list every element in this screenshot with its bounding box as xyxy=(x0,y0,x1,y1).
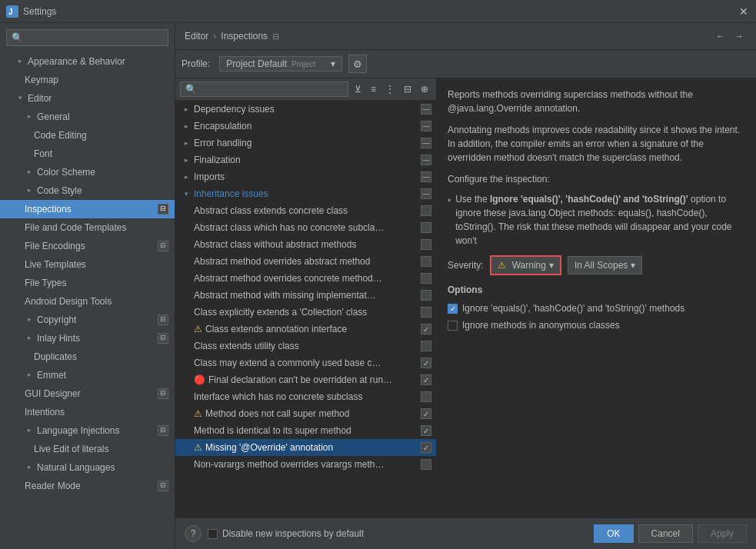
item-checkbox[interactable] xyxy=(421,307,431,318)
item-checkbox[interactable] xyxy=(421,222,431,233)
tree-group-error-handling[interactable]: Error handling xyxy=(175,135,436,151)
tree-item-interface-no-subclass[interactable]: Interface which has no concrete subclass xyxy=(175,388,436,405)
tree-item-abstract-extends-concrete[interactable]: Abstract class extends concrete class xyxy=(175,202,436,219)
tree-item-class-extends-utility[interactable]: Class extends utility class xyxy=(175,338,436,354)
tree-item-label: Abstract class extends concrete class xyxy=(194,205,421,216)
item-checkbox[interactable] xyxy=(421,408,431,419)
apply-button[interactable]: Apply xyxy=(698,524,747,543)
sidebar-item-code-style[interactable]: Code Style xyxy=(0,181,175,200)
item-checkbox[interactable] xyxy=(421,442,431,453)
tree-item-class-extends-annotation[interactable]: ⚠ Class extends annotation interface xyxy=(175,321,436,338)
item-checkbox[interactable] xyxy=(421,391,431,402)
sidebar-item-android-design-tools[interactable]: Android Design Tools xyxy=(0,292,175,311)
item-checkbox[interactable] xyxy=(421,358,431,368)
item-checkbox[interactable] xyxy=(421,239,431,250)
disable-inspections-checkbox[interactable] xyxy=(208,529,218,539)
item-checkbox[interactable] xyxy=(421,290,431,301)
tree-group-encapsulation[interactable]: Encapsulation xyxy=(175,118,436,135)
item-checkbox[interactable] xyxy=(421,341,431,351)
sidebar-item-duplicates[interactable]: Duplicates xyxy=(0,348,175,366)
group-checkbox[interactable] xyxy=(421,104,431,115)
scope-dropdown[interactable]: In All Scopes ▾ xyxy=(568,256,642,274)
sidebar-item-label: Editor xyxy=(28,92,52,105)
breadcrumb-editor: Editor xyxy=(185,31,208,42)
options-label: Options xyxy=(448,283,745,297)
sidebar-search-input[interactable] xyxy=(6,29,168,46)
group-checkbox[interactable] xyxy=(421,171,431,182)
group-checkbox[interactable] xyxy=(421,188,431,199)
item-checkbox[interactable] xyxy=(421,205,431,216)
tree-item-class-extends-collection[interactable]: Class explicitly extends a 'Collection' … xyxy=(175,304,436,321)
expand-button[interactable]: ⊕ xyxy=(418,82,431,96)
item-checkbox[interactable] xyxy=(421,374,431,385)
sidebar-item-file-code-templates[interactable]: File and Code Templates xyxy=(0,218,175,237)
expand-arrow xyxy=(15,57,25,66)
tree-item-final-declaration[interactable]: 🔴 Final declaration can't be overridden … xyxy=(175,371,436,388)
tree-item-non-varargs[interactable]: Non-varargs method overrides varargs met… xyxy=(175,456,436,473)
align-button[interactable]: ≡ xyxy=(368,82,379,96)
sidebar-item-appearance[interactable]: Appearance & Behavior xyxy=(0,52,175,71)
gear-button[interactable]: ⚙ xyxy=(348,55,367,73)
tree-item-label: Method does not call super method xyxy=(205,408,421,419)
severity-dropdown-arrow: ▾ xyxy=(549,258,554,272)
sidebar-item-gui-designer[interactable]: GUI Designer ⊟ xyxy=(0,384,175,403)
close-button[interactable]: ✕ xyxy=(738,5,750,18)
tree-group-finalization[interactable]: Finalization xyxy=(175,151,436,168)
sidebar-item-language-injections[interactable]: Language Injections ⊟ xyxy=(0,421,175,440)
nav-forward-button[interactable]: → xyxy=(731,29,747,43)
right-panel: Editor › Inspections ⊟ ← → Profile: Proj… xyxy=(175,23,756,549)
group-checkbox[interactable] xyxy=(421,155,431,165)
cancel-button[interactable]: Cancel xyxy=(638,524,693,543)
split-button[interactable]: ⋮ xyxy=(382,82,398,96)
sidebar-item-natural-languages[interactable]: Natural Languages xyxy=(0,458,175,477)
tree-item-abstract-method-concrete[interactable]: Abstract method overrides concrete metho… xyxy=(175,270,436,287)
item-checkbox[interactable] xyxy=(421,459,431,470)
scope-value: In All Scopes xyxy=(574,258,628,272)
tree-item-method-no-super[interactable]: ⚠ Method does not call super method xyxy=(175,405,436,422)
merge-button[interactable]: ⊟ xyxy=(401,82,415,96)
sidebar-item-inlay-hints[interactable]: Inlay Hints ⊟ xyxy=(0,329,175,348)
warning-icon: ⚠ xyxy=(194,442,202,453)
option-checkbox-ignore-anonymous[interactable] xyxy=(448,321,458,331)
tree-group-dependency[interactable]: Dependency issues xyxy=(175,101,436,118)
ok-button[interactable]: OK xyxy=(594,524,633,543)
tree-item-class-may-extend[interactable]: Class may extend a commonly used base c… xyxy=(175,354,436,371)
sidebar-item-font[interactable]: Font xyxy=(0,145,175,163)
group-checkbox[interactable] xyxy=(421,138,431,148)
option-checkbox-ignore-equals[interactable] xyxy=(448,304,458,314)
expand-icon xyxy=(182,138,191,148)
item-checkbox[interactable] xyxy=(421,273,431,284)
nav-back-button[interactable]: ← xyxy=(713,29,728,43)
sidebar-item-keymap[interactable]: Keymap xyxy=(0,71,175,89)
sidebar-item-live-templates[interactable]: Live Templates xyxy=(0,255,175,274)
tree-item-abstract-method-overrides[interactable]: Abstract method overrides abstract metho… xyxy=(175,253,436,270)
sidebar-item-code-editing[interactable]: Code Editing xyxy=(0,126,175,145)
sidebar-item-general[interactable]: General xyxy=(0,108,175,126)
sidebar-item-inspections[interactable]: Inspections ⊟ xyxy=(0,200,175,218)
sidebar-item-editor[interactable]: Editor xyxy=(0,89,175,108)
sidebar-item-copyright[interactable]: Copyright ⊟ xyxy=(0,311,175,329)
tree-item-abstract-method-missing[interactable]: Abstract method with missing implementat… xyxy=(175,287,436,304)
tree-item-abstract-no-subclass[interactable]: Abstract class which has no concrete sub… xyxy=(175,219,436,236)
sidebar-item-color-scheme[interactable]: Color Scheme xyxy=(0,163,175,181)
tree-item-abstract-without-abstract[interactable]: Abstract class without abstract methods xyxy=(175,236,436,253)
sidebar-item-file-types[interactable]: File Types xyxy=(0,274,175,292)
sidebar-item-intentions[interactable]: Intentions xyxy=(0,403,175,421)
item-checkbox[interactable] xyxy=(421,425,431,436)
sidebar-item-live-edit[interactable]: Live Edit of literals xyxy=(0,440,175,458)
filter-button[interactable]: ⊻ xyxy=(351,82,365,96)
sidebar-item-emmet[interactable]: Emmet xyxy=(0,366,175,384)
group-checkbox[interactable] xyxy=(421,121,431,131)
sidebar-item-file-encodings[interactable]: File Encodings ⊟ xyxy=(0,237,175,255)
help-button[interactable]: ? xyxy=(185,525,201,542)
profile-dropdown[interactable]: Project Default Project ▾ xyxy=(219,56,342,72)
sidebar-item-reader-mode[interactable]: Reader Mode ⊟ xyxy=(0,477,175,495)
item-checkbox[interactable] xyxy=(421,256,431,267)
tree-item-method-identical[interactable]: Method is identical to its super method xyxy=(175,422,436,439)
inspections-search-input[interactable] xyxy=(180,82,348,97)
tree-group-inheritance[interactable]: Inheritance issues xyxy=(175,185,436,202)
item-checkbox[interactable] xyxy=(421,324,431,334)
tree-item-missing-override[interactable]: ⚠ Missing '@Override' annotation xyxy=(175,439,436,456)
severity-dropdown[interactable]: ⚠ Warning ▾ xyxy=(490,255,561,275)
tree-group-imports[interactable]: Imports xyxy=(175,168,436,185)
